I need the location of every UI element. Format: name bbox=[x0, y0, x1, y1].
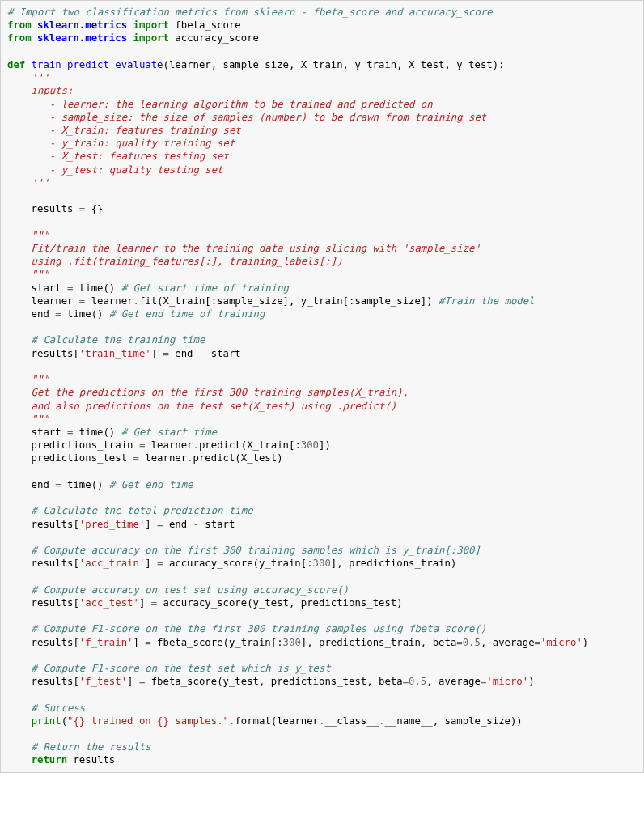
keyword-from: from bbox=[7, 19, 32, 31]
operator: = bbox=[55, 308, 61, 320]
keyword-import: import bbox=[133, 19, 169, 31]
code-text: ], predictions_train) bbox=[331, 558, 456, 569]
code-text: accuracy_score(y_train[: bbox=[163, 558, 313, 569]
code-text: time() bbox=[61, 308, 109, 320]
code-text: fbeta_score(y_test, predictions_test, be… bbox=[145, 676, 402, 687]
docstring: """ bbox=[7, 374, 49, 385]
code-text: fbeta_score(y_train[: bbox=[151, 637, 283, 648]
code-text: predict(X_train[: bbox=[199, 439, 301, 451]
code-text: ] bbox=[139, 597, 151, 609]
code-text: results bbox=[67, 754, 115, 766]
code-text bbox=[7, 754, 32, 766]
code-text: predictions_test bbox=[7, 452, 133, 464]
function-name: train_predict_evaluate bbox=[32, 59, 163, 70]
code-text: time() bbox=[73, 426, 121, 438]
code-text bbox=[7, 715, 32, 727]
code-text: start bbox=[199, 519, 235, 530]
string: 'train_time' bbox=[79, 348, 151, 359]
docstring: inputs: bbox=[7, 85, 73, 96]
number: 300 bbox=[301, 439, 319, 451]
operator: . bbox=[187, 452, 193, 464]
code-text: fit(X_train[:sample_size], y_train[:samp… bbox=[139, 295, 439, 307]
comment: # Compute F1-score on the the first 300 … bbox=[7, 623, 486, 634]
comment: # Get end time of training bbox=[109, 308, 265, 320]
operator: = bbox=[151, 597, 157, 609]
docstring: and also predictions on the test set(X_t… bbox=[7, 401, 396, 412]
string: 'f_test' bbox=[79, 676, 127, 687]
code-text: time() bbox=[73, 282, 121, 294]
module-name: sklearn.metrics bbox=[37, 19, 127, 31]
operator: = bbox=[403, 676, 409, 687]
code-text: end bbox=[7, 308, 55, 320]
operator: = bbox=[145, 637, 150, 648]
code-text: ) bbox=[583, 637, 588, 648]
string: 'f_train' bbox=[79, 637, 133, 648]
operator: = bbox=[163, 348, 169, 359]
comment: # Calculate the training time bbox=[7, 334, 205, 346]
code-text: ], predictions_train, beta bbox=[301, 637, 457, 648]
code-text: results[ bbox=[7, 637, 79, 648]
code-text: results[ bbox=[7, 519, 79, 530]
operator: = bbox=[55, 479, 61, 490]
code-text: learner bbox=[145, 439, 193, 451]
operator: = bbox=[133, 452, 138, 464]
string: 'acc_test' bbox=[79, 597, 139, 609]
identifier: accuracy_score bbox=[175, 32, 259, 44]
operator: . bbox=[193, 439, 199, 451]
docstring: """ bbox=[7, 230, 49, 241]
operator: = bbox=[157, 558, 163, 569]
code-text: __name__, sample_size)) bbox=[384, 715, 522, 727]
code-text: format(learner bbox=[235, 715, 319, 727]
operator: = bbox=[157, 519, 163, 530]
comment: # Success bbox=[7, 702, 85, 714]
code-text: results[ bbox=[7, 676, 79, 687]
code-text: start bbox=[7, 426, 67, 438]
docstring: - y_test: quality testing set bbox=[7, 164, 223, 176]
code-text: end bbox=[163, 519, 193, 530]
operator: = bbox=[456, 637, 462, 648]
code-text: predict(X_test) bbox=[193, 452, 283, 464]
docstring: ''' bbox=[7, 177, 49, 189]
comment: # Compute accuracy on test set using acc… bbox=[7, 584, 349, 596]
module-name: sklearn.metrics bbox=[37, 32, 127, 44]
string: 'micro' bbox=[486, 676, 528, 687]
code-cell: # Import two classification metrics from… bbox=[0, 0, 644, 773]
docstring: - learner: the learning algorithm to be … bbox=[7, 99, 433, 110]
number: 300 bbox=[283, 637, 301, 648]
code-text: start bbox=[7, 282, 67, 294]
code-text: results[ bbox=[7, 597, 79, 609]
code-text: , average bbox=[481, 637, 535, 648]
code-text: ] bbox=[145, 519, 157, 530]
comment: # Get start time of training bbox=[121, 282, 289, 294]
number: 0.5 bbox=[409, 676, 426, 687]
docstring: """ bbox=[7, 414, 49, 425]
docstring: using .fit(training_features[:], trainin… bbox=[7, 256, 343, 267]
code-text: ) bbox=[528, 676, 534, 687]
code-text: results[ bbox=[7, 348, 79, 359]
comment: # Compute accuracy on the first 300 trai… bbox=[7, 545, 481, 556]
docstring: - X_train: features training set bbox=[7, 125, 241, 136]
string: "{} trained on {} samples." bbox=[67, 715, 229, 727]
code-text: time() bbox=[61, 479, 109, 490]
docstring: - X_test: features testing set bbox=[7, 151, 229, 162]
comment: # Compute F1-score on the test set which… bbox=[7, 663, 331, 674]
keyword-from: from bbox=[7, 32, 32, 44]
code-text: , average bbox=[426, 676, 481, 687]
number: 0.5 bbox=[463, 637, 481, 648]
string: 'pred_time' bbox=[79, 519, 145, 530]
identifier: fbeta_score bbox=[175, 19, 240, 31]
docstring: Fit/train the learner to the training da… bbox=[7, 243, 481, 254]
docstring: ''' bbox=[7, 72, 49, 83]
keyword-import: import bbox=[133, 32, 169, 44]
operator: = bbox=[535, 637, 540, 648]
keyword-def: def bbox=[7, 59, 25, 70]
builtin-print: print bbox=[32, 715, 61, 727]
comment: # Import two classification metrics from… bbox=[7, 6, 493, 18]
code-text: ( bbox=[61, 715, 67, 727]
code-text: results bbox=[7, 203, 79, 214]
string: 'micro' bbox=[540, 637, 583, 648]
comment: # Get end time bbox=[109, 479, 193, 490]
code-text: predictions_train bbox=[7, 439, 139, 451]
code-text: learner bbox=[139, 452, 187, 464]
docstring: """ bbox=[7, 269, 49, 280]
